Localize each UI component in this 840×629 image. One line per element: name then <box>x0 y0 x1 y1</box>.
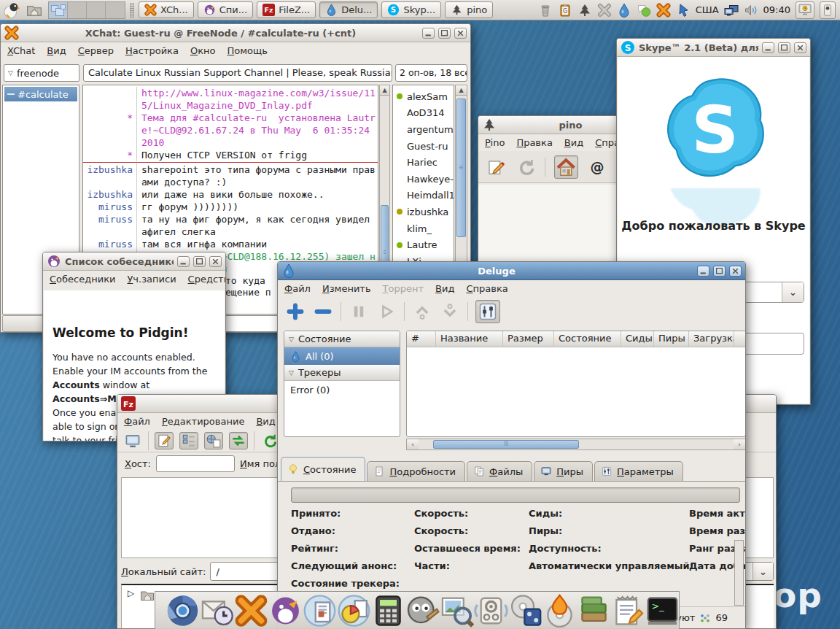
user-item[interactable]: Hariec <box>393 154 454 171</box>
scroll-up-icon[interactable]: ▲ <box>456 85 467 96</box>
workspace-pager[interactable] <box>48 1 125 19</box>
menu-item[interactable]: Помощь <box>227 45 267 56</box>
xchat-icon[interactable] <box>656 3 671 18</box>
panel-scrollbar[interactable] <box>734 540 744 606</box>
column-header[interactable]: Загрузка <box>689 331 734 347</box>
menu-item[interactable]: Торрент <box>383 283 424 294</box>
toggle-log-button[interactable] <box>155 432 174 449</box>
deluge-icon[interactable] <box>617 3 631 18</box>
tab[interactable]: Пиры <box>534 461 593 481</box>
taskbar-button[interactable]: pino <box>445 1 493 18</box>
tab[interactable]: Подробности <box>367 461 465 481</box>
scrollbar-thumb[interactable] <box>456 99 466 237</box>
scroll-right-icon[interactable]: › <box>734 439 745 449</box>
mentions-button[interactable]: @ <box>587 156 608 178</box>
file-manager-icon[interactable] <box>25 2 44 18</box>
workspace-2[interactable] <box>68 2 87 18</box>
taskbar-button[interactable]: XCh... <box>139 1 194 18</box>
terminal-icon[interactable]: >_ <box>645 594 680 628</box>
workspace-4[interactable] <box>106 2 125 18</box>
menu-item[interactable]: XChat <box>7 45 35 56</box>
minimize-button[interactable] <box>177 256 190 267</box>
table-h-scrollbar[interactable]: ‹ › <box>406 439 746 450</box>
menu-item[interactable]: Настройка <box>125 45 179 56</box>
user-item[interactable]: alexSam <box>393 88 454 105</box>
minimize-button[interactable] <box>422 28 435 39</box>
toggle-tree-button[interactable] <box>179 432 198 449</box>
toggle-remote-button[interactable] <box>204 432 223 449</box>
column-header[interactable]: Размер <box>503 331 554 347</box>
user-item[interactable]: klim_ <box>393 220 454 237</box>
refresh-button[interactable] <box>516 156 537 178</box>
toggle-queue-button[interactable] <box>229 432 248 449</box>
text-editor-icon[interactable] <box>611 594 645 628</box>
xchat-icon[interactable] <box>234 594 268 628</box>
close-button[interactable] <box>209 256 222 267</box>
filter-header-state[interactable]: ▽ Состояние <box>284 331 400 347</box>
scroll-up-icon[interactable]: ▲ <box>380 85 389 96</box>
minimize-button[interactable] <box>697 266 709 277</box>
chevron-down-icon[interactable]: ⌄ <box>782 282 804 302</box>
pidgin-titlebar[interactable]: Список собеседников <box>43 252 225 271</box>
compose-button[interactable] <box>486 156 507 178</box>
menu-item[interactable]: Правка <box>516 137 552 148</box>
menu-item[interactable]: Уч.записи <box>127 274 176 285</box>
gimp-icon[interactable] <box>405 594 440 628</box>
close-button[interactable] <box>729 266 742 277</box>
host-input[interactable] <box>156 455 235 472</box>
tab[interactable]: Файлы <box>467 461 532 481</box>
close-button[interactable] <box>454 28 467 39</box>
menu-item[interactable]: Вид <box>256 416 275 427</box>
site-manager-button[interactable] <box>123 432 142 449</box>
column-header[interactable]: Название <box>436 331 503 347</box>
add-torrent-button[interactable] <box>285 301 306 322</box>
pause-button[interactable] <box>349 301 369 322</box>
topic-input[interactable]: Calculate Linux Russian Support Channel … <box>83 64 392 82</box>
column-header[interactable]: # <box>407 331 436 347</box>
queue-up-button[interactable] <box>412 301 432 322</box>
cursor-icon[interactable] <box>676 3 691 18</box>
disc-burner-icon[interactable] <box>542 594 577 628</box>
filter-header-trackers[interactable]: ▽ Трекеры <box>284 365 400 381</box>
filter-sidebar[interactable]: ▽ Состояние All (0) ▽ Трекеры Error (0) <box>284 331 400 437</box>
taskbar-button[interactable]: Спи... <box>198 1 253 18</box>
image-viewer-icon[interactable] <box>440 594 474 628</box>
calculate-menu-icon[interactable] <box>3 1 20 19</box>
clipboard-icon[interactable]: G <box>558 3 572 18</box>
user-item[interactable]: Lautre <box>393 236 454 253</box>
minimize-button[interactable] <box>762 42 774 53</box>
power-switch-icon[interactable] <box>820 1 836 19</box>
tab[interactable]: Состояние <box>281 457 365 481</box>
resume-button[interactable] <box>376 301 397 322</box>
user-item[interactable]: Heimdall1 <box>393 188 454 204</box>
preferences-button[interactable] <box>475 300 500 323</box>
maximize-button[interactable] <box>713 266 726 277</box>
menu-item[interactable]: Вид <box>47 45 66 56</box>
column-header[interactable]: Состояние <box>554 331 621 347</box>
expander-icon[interactable]: ▷ <box>128 588 134 598</box>
keyboard-layout-label[interactable]: США <box>696 4 719 15</box>
screensaver-applet-icon[interactable] <box>796 1 814 19</box>
taskbar-button[interactable]: Fz FileZ... <box>257 1 316 18</box>
user-item[interactable]: AoD314 <box>393 105 454 122</box>
media-player-icon[interactable] <box>508 594 542 628</box>
tab[interactable]: Параметры <box>594 461 683 481</box>
menu-item[interactable]: Средства <box>188 274 226 285</box>
word-processor-icon[interactable] <box>303 594 337 628</box>
menu-item[interactable]: Собеседники <box>50 274 115 285</box>
torrent-table[interactable]: #НазваниеРазмерСостояниеСидыПирыЗагрузка <box>406 331 746 437</box>
menu-item[interactable]: Pino <box>485 137 505 148</box>
chromium-browser-icon[interactable] <box>166 594 200 628</box>
presentation-icon[interactable] <box>337 594 371 628</box>
deluge-titlebar[interactable]: Deluge <box>278 262 745 280</box>
chevron-down-icon[interactable]: ⌄ <box>752 563 773 580</box>
user-item[interactable]: argentum <box>393 121 454 138</box>
taskbar-button[interactable]: S Skyp... <box>381 1 441 18</box>
monitors-icon[interactable] <box>724 3 739 18</box>
close-button[interactable] <box>794 42 806 53</box>
menu-item[interactable]: Вид <box>564 137 583 148</box>
mail-client-icon[interactable] <box>200 594 234 628</box>
menu-item[interactable]: Сервер <box>78 45 114 56</box>
dictionary-icon[interactable] <box>577 594 611 628</box>
filter-all[interactable]: All (0) <box>284 347 400 365</box>
